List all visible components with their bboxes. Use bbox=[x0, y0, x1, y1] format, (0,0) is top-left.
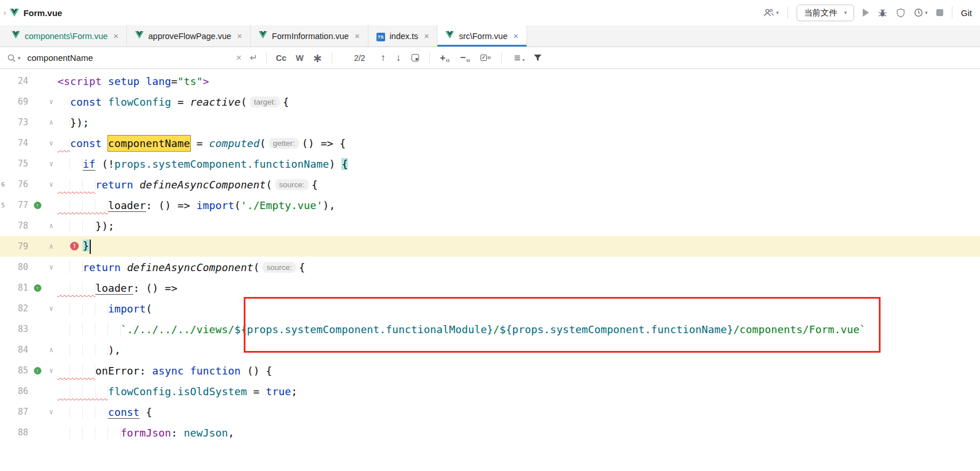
line-number[interactable]: 87 bbox=[8, 407, 30, 417]
line-number[interactable]: 84 bbox=[8, 345, 30, 355]
code-line[interactable]: 73∧ }); bbox=[0, 112, 980, 133]
tab-close-icon[interactable]: × bbox=[355, 31, 360, 41]
line-number[interactable]: 85 bbox=[8, 365, 30, 376]
tab-components-form-vue[interactable]: components\Form.vue× bbox=[3, 25, 127, 47]
line-number[interactable]: 80 bbox=[8, 262, 30, 272]
fold-icon[interactable]: ∨ bbox=[45, 180, 57, 188]
whole-words-toggle[interactable]: W bbox=[295, 53, 303, 63]
previous-occurrence-button[interactable]: ↑ bbox=[381, 52, 386, 64]
code-line[interactable]: 676∨ return defineAsyncComponent(source:… bbox=[0, 174, 980, 195]
code-line[interactable]: 75∨ if (!props.systemComponent.functionN… bbox=[0, 153, 980, 174]
tab-close-icon[interactable]: × bbox=[424, 31, 429, 41]
git-widget[interactable]: Git bbox=[961, 8, 972, 18]
line-number[interactable]: 69 bbox=[8, 96, 30, 107]
tab-approveflowpage-vue[interactable]: approveFlowPage.vue× bbox=[127, 25, 251, 47]
code-text[interactable]: loader: () => import('./Empty.vue'), bbox=[57, 199, 335, 211]
code-text[interactable]: const flowConfig = reactive(target:{ bbox=[57, 96, 289, 108]
line-number[interactable]: 78 bbox=[8, 221, 30, 231]
line-number[interactable]: 24 bbox=[8, 76, 30, 86]
filter-icon[interactable] bbox=[533, 54, 542, 61]
tab-src-form-vue[interactable]: src\Form.vue× bbox=[437, 25, 526, 47]
code-line[interactable]: 88 formJson: newJson, bbox=[0, 422, 980, 443]
remove-occurrence-icon[interactable]: −II bbox=[460, 52, 470, 64]
code-text[interactable]: formJson: newJson, bbox=[57, 427, 235, 439]
code-line[interactable]: 86 flowConfig.isOldSystem = true; bbox=[0, 381, 980, 401]
code-text[interactable]: import( bbox=[57, 303, 152, 315]
open-in-find-window-icon[interactable] bbox=[412, 54, 419, 61]
code-text[interactable]: ), bbox=[57, 344, 121, 356]
line-number[interactable]: 83 bbox=[8, 324, 30, 334]
code-line[interactable]: 74∨ const componentName = computed(gette… bbox=[0, 133, 980, 153]
code-text[interactable]: return defineAsyncComponent(source:{ bbox=[57, 261, 305, 273]
code-text[interactable]: flowConfig.isOldSystem = true; bbox=[57, 385, 298, 397]
code-text[interactable]: }); bbox=[57, 117, 89, 129]
clear-search-icon[interactable]: × bbox=[236, 52, 242, 64]
line-number[interactable]: 74 bbox=[8, 138, 30, 148]
fold-icon[interactable]: ∨ bbox=[45, 139, 57, 147]
gutter-arrow-icon[interactable]: ↑ bbox=[34, 284, 41, 292]
code-line[interactable]: 577↑ loader: () => import('./Empty.vue')… bbox=[0, 195, 980, 215]
fold-icon[interactable]: ∨ bbox=[45, 304, 57, 312]
code-line[interactable]: 78∧ }); bbox=[0, 215, 980, 236]
code-with-me-button[interactable]: ▾ bbox=[763, 8, 779, 17]
fold-icon[interactable]: ∧ bbox=[45, 222, 57, 230]
line-number[interactable]: 75 bbox=[8, 159, 30, 169]
tab-close-icon[interactable]: × bbox=[113, 31, 118, 41]
code-text[interactable]: const { bbox=[57, 406, 152, 418]
code-line[interactable]: 85↑∨ onError: async function () { bbox=[0, 360, 980, 381]
regex-toggle[interactable]: ∗ bbox=[313, 54, 322, 62]
code-text[interactable]: <script setup lang="ts"> bbox=[57, 75, 209, 87]
code-line[interactable]: 80∨ return defineAsyncComponent(source:{ bbox=[0, 257, 980, 277]
gutter-arrow-icon[interactable]: ↑ bbox=[34, 367, 41, 375]
line-number[interactable]: 86 bbox=[8, 386, 30, 396]
next-occurrence-button[interactable]: ↓ bbox=[396, 52, 401, 64]
error-icon[interactable]: ! bbox=[70, 242, 79, 250]
fold-icon[interactable]: ∨ bbox=[45, 263, 57, 271]
code-text[interactable]: onError: async function () { bbox=[57, 365, 272, 377]
fold-icon[interactable]: ∧ bbox=[45, 242, 57, 250]
fold-icon[interactable]: ∧ bbox=[45, 118, 57, 126]
code-text[interactable]: `./../../../views/${props.systemComponen… bbox=[57, 323, 866, 335]
code-text[interactable]: loader: () => bbox=[57, 282, 178, 294]
line-number[interactable]: 88 bbox=[8, 427, 30, 438]
code-text[interactable]: const componentName = computed(getter:()… bbox=[57, 137, 346, 149]
fold-icon[interactable]: ∨ bbox=[45, 366, 57, 375]
tab-close-icon[interactable]: × bbox=[237, 31, 242, 41]
code-line[interactable]: 87∨ const { bbox=[0, 401, 980, 422]
tab-forminformation-vue[interactable]: FormInformation.vue× bbox=[251, 25, 368, 47]
code-line[interactable]: !79∧ } bbox=[0, 236, 980, 257]
tab-close-icon[interactable]: × bbox=[513, 31, 518, 41]
code-line[interactable]: 24<script setup lang="ts"> bbox=[0, 71, 980, 91]
line-number[interactable]: 82 bbox=[8, 303, 30, 314]
debug-button[interactable] bbox=[878, 8, 887, 18]
line-number[interactable]: 77 bbox=[8, 200, 30, 210]
code-line[interactable]: 81↑ loader: () => bbox=[0, 277, 980, 298]
select-all-occurrences-icon[interactable]: ✓II bbox=[481, 55, 491, 61]
run-button[interactable] bbox=[863, 9, 869, 17]
line-number[interactable]: 79 bbox=[8, 241, 30, 252]
coverage-button[interactable] bbox=[896, 8, 905, 18]
code-text[interactable]: if (!props.systemComponent.functionName)… bbox=[57, 158, 348, 170]
stop-button[interactable] bbox=[936, 9, 943, 16]
code-line[interactable]: 83 `./../../../views/${props.systemCompo… bbox=[0, 319, 980, 339]
fold-icon[interactable]: ∨ bbox=[45, 98, 57, 106]
search-icon[interactable]: ▾ bbox=[7, 53, 21, 63]
fold-icon[interactable]: ∨ bbox=[45, 160, 57, 168]
run-config-selector[interactable]: 当前文件 ▾ bbox=[797, 5, 855, 21]
code-line[interactable]: 69∨ const flowConfig = reactive(target:{ bbox=[0, 91, 980, 112]
editor[interactable]: 24<script setup lang="ts">69∨ const flow… bbox=[0, 69, 980, 471]
line-number[interactable]: 73 bbox=[8, 117, 30, 128]
line-number[interactable]: 81 bbox=[8, 283, 30, 293]
gutter-arrow-icon[interactable]: ↑ bbox=[34, 202, 41, 209]
insert-newline-icon[interactable]: ↵ bbox=[249, 52, 257, 63]
add-occurrence-icon[interactable]: +II bbox=[440, 52, 449, 64]
fold-icon[interactable]: ∨ bbox=[45, 408, 57, 416]
profiler-button[interactable]: ▾ bbox=[914, 8, 928, 17]
line-number[interactable]: 76 bbox=[8, 179, 30, 190]
tab-index-ts[interactable]: TSindex.ts× bbox=[368, 25, 438, 47]
search-options-icon[interactable]: ≡▾ bbox=[514, 52, 525, 64]
match-case-toggle[interactable]: Cc bbox=[276, 53, 287, 63]
code-text[interactable]: return defineAsyncComponent(source:{ bbox=[57, 179, 318, 191]
code-text[interactable]: }); bbox=[57, 220, 114, 232]
fold-icon[interactable]: ∧ bbox=[45, 346, 57, 354]
